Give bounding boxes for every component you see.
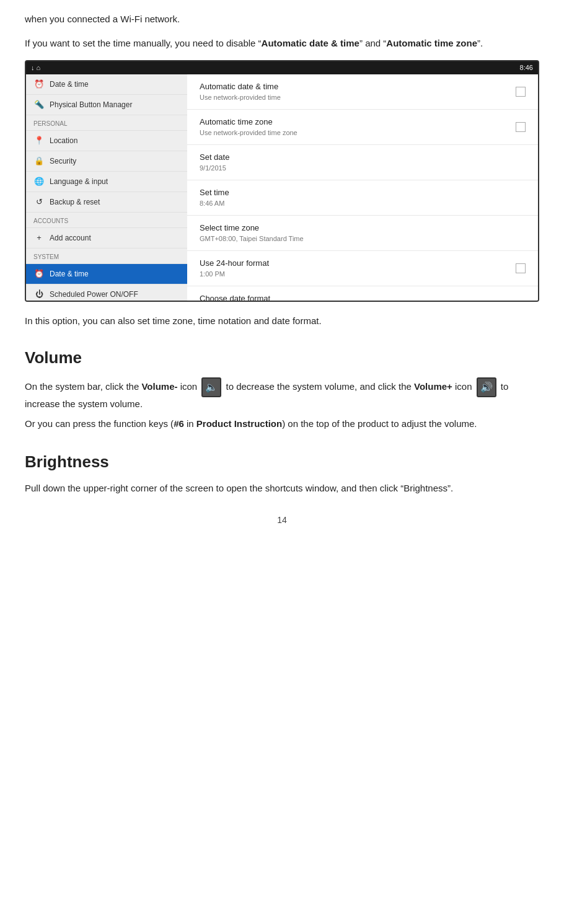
volume-minus-label: Volume- <box>141 381 177 391</box>
sidebar-item-label: Physical Button Manager <box>50 99 132 110</box>
sidebar-item-add-account[interactable]: + Add account <box>26 228 187 249</box>
settings-item-text: Automatic time zone Use network-provided… <box>200 116 297 138</box>
settings-subtitle: Use network-provided time zone <box>200 128 297 138</box>
sidebar-item-label: Date & time <box>50 268 89 279</box>
settings-subtitle: 1:00 PM <box>200 269 269 279</box>
section-accounts: ACCOUNTS <box>26 213 187 228</box>
settings-item-date-format[interactable]: Choose date format 12/31/2015 <box>187 286 538 302</box>
24hour-checkbox[interactable] <box>516 263 526 273</box>
volume-text2: Or you can press the function keys (#6 i… <box>25 417 539 431</box>
settings-item-set-time[interactable]: Set time 8:46 AM <box>187 180 538 216</box>
sidebar-item-label: Backup & reset <box>50 196 100 208</box>
settings-subtitle: 9/1/2015 <box>200 163 229 174</box>
volume-text1: On the system bar, click the Volume- ico… <box>25 377 539 411</box>
section-personal: PERSONAL <box>26 115 187 131</box>
sidebar-item-datetime[interactable]: ⏰ Date & time <box>26 74 187 95</box>
section-label: ACCOUNTS <box>33 216 68 226</box>
sidebar-item-label: Language & input <box>50 176 108 187</box>
page-content: when you connected a Wi-Fi network. If y… <box>0 0 564 539</box>
power-icon: ⏻ <box>33 289 45 300</box>
sidebar-item-label: Scheduled Power ON/OFF <box>50 289 138 300</box>
caption-text: In this option, you can also set time zo… <box>25 314 539 328</box>
intro-bold1: Automatic date & time <box>262 38 359 48</box>
settings-item-set-date[interactable]: Set date 9/1/2015 <box>187 145 538 180</box>
volume-plus-icon: 🔊 <box>477 377 496 397</box>
settings-item-text: Choose date format 12/31/2015 <box>200 293 270 302</box>
settings-item-auto-date[interactable]: Automatic date & time Use network-provid… <box>187 74 538 110</box>
sidebar-item-backup[interactable]: ↺ Backup & reset <box>26 192 187 213</box>
sidebar-item-datetime-active[interactable]: ⏰ Date & time <box>26 264 187 284</box>
volume-section: Volume On the system bar, click the Volu… <box>25 346 539 431</box>
main-panel: Automatic date & time Use network-provid… <box>187 74 538 302</box>
intro-line1: when you connected a Wi-Fi network. <box>25 12 539 27</box>
sidebar-item-label: Security <box>50 156 76 167</box>
button-icon: 🔦 <box>33 99 45 110</box>
settings-subtitle: GMT+08:00, Taipei Standard Time <box>200 234 304 244</box>
intro-text-part3: ”. <box>477 38 483 48</box>
section-label: PERSONAL <box>33 119 67 128</box>
sidebar-item-location[interactable]: 📍 Location <box>26 131 187 151</box>
settings-item-24hour[interactable]: Use 24-hour format 1:00 PM <box>187 251 538 286</box>
settings-item-text: Select time zone GMT+08:00, Taipei Stand… <box>200 222 304 244</box>
lock-icon: 🔒 <box>33 156 45 167</box>
sidebar-item-label: Date & time <box>50 79 89 90</box>
settings-title: Set date <box>200 151 229 164</box>
auto-date-checkbox[interactable] <box>516 87 526 97</box>
settings-item-text: Set time 8:46 AM <box>200 187 229 209</box>
intro-text-part1: If you want to set the time manually, yo… <box>25 38 262 48</box>
settings-title: Set time <box>200 187 229 199</box>
section-system: SYSTEM <box>26 249 187 264</box>
volume-key-ref: #6 <box>174 418 184 429</box>
brightness-text: Pull down the upper-right corner of the … <box>25 482 539 496</box>
sidebar-item-scheduled-power[interactable]: ⏻ Scheduled Power ON/OFF <box>26 284 187 302</box>
settings-item-text: Set date 9/1/2015 <box>200 151 229 174</box>
brightness-heading: Brightness <box>25 450 539 474</box>
sidebar-item-physical-button[interactable]: 🔦 Physical Button Manager <box>26 95 187 115</box>
tablet-body: ⏰ Date & time 🔦 Physical Button Manager … <box>26 74 538 302</box>
settings-subtitle: Use network-provided time <box>200 92 281 103</box>
language-icon: 🌐 <box>33 176 45 187</box>
tablet-screenshot: ↓ ⌂ 8:46 ⏰ Date & time 🔦 Physical Button… <box>25 60 539 302</box>
sidebar-item-language[interactable]: 🌐 Language & input <box>26 172 187 192</box>
product-instruction-ref: Product Instruction <box>196 418 282 429</box>
intro-line2: If you want to set the time manually, yo… <box>25 37 539 51</box>
settings-title: Choose date format <box>200 293 270 302</box>
section-label: SYSTEM <box>33 252 59 262</box>
backup-icon: ↺ <box>33 196 45 208</box>
settings-title: Automatic date & time <box>200 81 281 93</box>
add-icon: + <box>33 232 45 244</box>
clock-icon-active: ⏰ <box>33 268 45 279</box>
settings-title: Use 24-hour format <box>200 257 269 270</box>
volume-minus-icon: 🔈 <box>201 377 221 397</box>
volume-plus-label: Volume+ <box>414 381 452 391</box>
settings-title: Automatic time zone <box>200 116 297 128</box>
settings-item-timezone[interactable]: Select time zone GMT+08:00, Taipei Stand… <box>187 216 538 251</box>
auto-timezone-checkbox[interactable] <box>516 122 526 132</box>
sidebar-item-label: Location <box>50 135 77 146</box>
intro-bold2: Automatic time zone <box>386 38 477 48</box>
volume-heading: Volume <box>25 346 539 370</box>
status-bar-left: ↓ ⌂ <box>31 63 40 73</box>
status-icons: ↓ ⌂ <box>31 63 40 73</box>
intro-text-part2: ” and “ <box>359 38 386 48</box>
settings-item-text: Use 24-hour format 1:00 PM <box>200 257 269 279</box>
settings-title: Select time zone <box>200 222 304 234</box>
sidebar-item-label: Add account <box>50 232 91 244</box>
brightness-section: Brightness Pull down the upper-right cor… <box>25 450 539 496</box>
settings-item-auto-timezone[interactable]: Automatic time zone Use network-provided… <box>187 110 538 145</box>
status-bar: ↓ ⌂ 8:46 <box>26 61 538 74</box>
sidebar-item-security[interactable]: 🔒 Security <box>26 151 187 172</box>
clock-icon: ⏰ <box>33 79 45 90</box>
settings-item-text: Automatic date & time Use network-provid… <box>200 81 281 103</box>
page-number: 14 <box>25 514 539 527</box>
status-time: 8:46 <box>520 63 533 73</box>
settings-subtitle: 8:46 AM <box>200 198 229 209</box>
sidebar: ⏰ Date & time 🔦 Physical Button Manager … <box>26 74 187 302</box>
location-icon: 📍 <box>33 135 45 146</box>
